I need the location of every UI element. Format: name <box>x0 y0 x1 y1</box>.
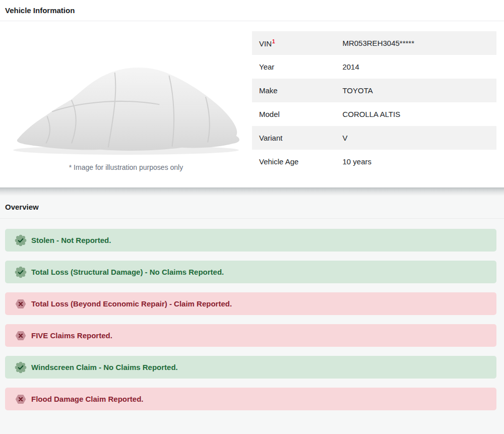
field-label: Variant <box>252 126 342 150</box>
vehicle-details-column: VIN1MR053REH3045*****Year2014MakeTOYOTAM… <box>252 30 496 173</box>
field-value: 10 years <box>342 150 496 173</box>
field-label-text: Model <box>259 110 280 118</box>
alert-negative: FIVE Claims Reported. <box>5 324 496 347</box>
check-badge-icon <box>15 266 27 278</box>
vehicle-field-row: VariantV <box>252 126 496 150</box>
x-hexagon-icon <box>15 330 27 342</box>
field-value: COROLLA ALTIS <box>342 102 496 126</box>
check-badge-icon <box>15 234 27 246</box>
vehicle-information-header: Vehicle Information <box>0 0 504 21</box>
overview-alerts: Stolen - Not Reported. Total Loss (Struc… <box>0 219 504 410</box>
field-value: 2014 <box>342 55 496 79</box>
alert-text: Total Loss (Beyond Economic Repair) - Cl… <box>31 299 232 308</box>
field-label: Vehicle Age <box>252 150 342 173</box>
field-label-text: Year <box>259 63 274 71</box>
field-label: VIN1 <box>252 31 342 55</box>
field-label: Year <box>252 55 342 79</box>
vin-footnote-marker: 1 <box>272 39 275 44</box>
field-value: TOYOTA <box>342 79 496 102</box>
alert-text: FIVE Claims Reported. <box>31 331 112 340</box>
alert-positive: Total Loss (Structural Damage) - No Clai… <box>5 261 496 283</box>
vehicle-field-row: MakeTOYOTA <box>252 79 496 102</box>
field-label-text: Variant <box>259 134 282 142</box>
alert-text: Flood Damage Claim Reported. <box>31 395 144 403</box>
vehicle-report-page: Vehicle Information <box>0 0 504 434</box>
vehicle-field-row: Year2014 <box>252 55 496 79</box>
x-hexagon-icon <box>15 393 27 405</box>
alert-positive: Stolen - Not Reported. <box>5 229 496 252</box>
vehicle-image-column: * Image for illustration purposes only <box>0 30 252 173</box>
overview-header: Overview <box>0 196 504 219</box>
vehicle-field-row: Vehicle Age10 years <box>252 150 496 173</box>
field-value: V <box>342 126 496 150</box>
field-label: Make <box>252 79 342 102</box>
field-label: Model <box>252 102 342 126</box>
covered-car-image <box>5 30 247 162</box>
alert-text: Windscreen Claim - No Claims Reported. <box>31 363 178 371</box>
field-value: MR053REH3045***** <box>342 31 496 55</box>
alert-text: Stolen - Not Reported. <box>31 236 111 244</box>
vehicle-body: * Image for illustration purposes only V… <box>0 21 504 188</box>
vehicle-information-title: Vehicle Information <box>5 6 75 15</box>
overview-title: Overview <box>5 203 39 211</box>
x-hexagon-icon <box>15 298 27 310</box>
field-label-text: Make <box>259 86 278 95</box>
vehicle-field-row: VIN1MR053REH3045***** <box>252 31 496 55</box>
alert-positive: Windscreen Claim - No Claims Reported. <box>5 356 496 379</box>
field-label-text: VIN <box>259 39 272 48</box>
overview-section: Overview Stolen - Not Reported. Total Lo… <box>0 196 504 434</box>
check-badge-icon <box>15 361 27 374</box>
field-label-text: Vehicle Age <box>259 157 298 166</box>
section-separator <box>0 188 504 196</box>
vehicle-information-section: Vehicle Information <box>0 0 504 188</box>
vehicle-field-row: ModelCOROLLA ALTIS <box>252 102 496 126</box>
alert-text: Total Loss (Structural Damage) - No Clai… <box>31 268 224 276</box>
alert-negative: Total Loss (Beyond Economic Repair) - Cl… <box>5 292 496 315</box>
alert-negative: Flood Damage Claim Reported. <box>5 388 496 410</box>
image-disclaimer: * Image for illustration purposes only <box>69 163 183 171</box>
vehicle-details-table: VIN1MR053REH3045*****Year2014MakeTOYOTAM… <box>252 31 496 173</box>
